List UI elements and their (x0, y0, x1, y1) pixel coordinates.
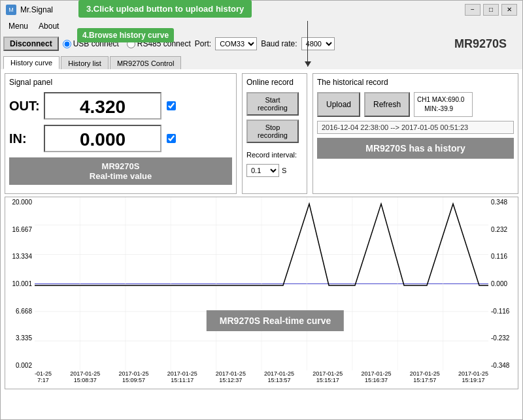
browse-label-text: 4.Browse history curve (82, 31, 169, 40)
interval-select[interactable]: 0.1 (246, 164, 279, 177)
interval-label: Record interval: (246, 151, 303, 159)
record-panel-title: Online record (246, 78, 303, 87)
out-value: 4.320 (44, 92, 161, 120)
tab-history-curve[interactable]: History curve (3, 56, 59, 69)
chart-label: MR9270S Real-time curve (207, 310, 344, 331)
baud-label: Baud rate: (261, 39, 297, 48)
signal-panel: Signal panel OUT: 4.320 IN: 0.000 MR9270… (5, 73, 237, 194)
tab-history-list[interactable]: History list (61, 56, 109, 69)
in-checkbox[interactable] (167, 134, 176, 143)
main-content: Signal panel OUT: 4.320 IN: 0.000 MR9270… (0, 69, 523, 420)
x-label-9: 2017-01-2515:19:17 (458, 370, 488, 383)
history-panel: The historical record Upload Refresh CH1… (312, 73, 518, 194)
out-label: OUT: (9, 99, 39, 114)
minimize-button[interactable]: − (465, 4, 481, 16)
realtime-label: MR9270SReal-time value (9, 157, 232, 185)
browse-label: 4.Browse history curve (77, 28, 174, 42)
y-axis-left: 20.000 16.667 13.334 10.001 6.668 3.335 … (5, 197, 35, 370)
refresh-button[interactable]: Refresh (364, 92, 410, 117)
chart-area: 20.000 16.667 13.334 10.001 6.668 3.335 … (5, 197, 518, 389)
top-panels: Signal panel OUT: 4.320 IN: 0.000 MR9270… (5, 73, 518, 194)
in-value: 0.000 (44, 125, 161, 152)
in-label: IN: (9, 131, 39, 146)
interval-row: 0.1 S (246, 164, 303, 177)
tooltip-box: 3.Click upload button to upload history (78, 0, 252, 18)
x-label-0: -01-257:17 (35, 370, 52, 383)
chart-svg (35, 197, 488, 370)
device-name: MR9270S (454, 37, 520, 51)
x-label-3: 2017-01-2515:11:17 (167, 370, 197, 383)
chart-plot: MR9270S Real-time curve (35, 197, 488, 370)
app-icon: M (6, 5, 16, 15)
record-panel: Online record Startrecording Stoprecordi… (242, 73, 307, 194)
menu-item-menu[interactable]: Menu (3, 20, 33, 32)
maximize-button[interactable]: □ (483, 4, 499, 16)
tabs-bar: History curve History list MR9270S Contr… (0, 54, 523, 69)
ch-info: CH1 MAX:690.0 MIN:-39.9 (414, 92, 473, 117)
x-label-2: 2017-01-2515:09:57 (118, 370, 148, 383)
start-recording-button[interactable]: Startrecording (246, 92, 299, 116)
x-label-8: 2017-01-2515:17:57 (410, 370, 440, 383)
port-select[interactable]: COM33 (215, 37, 257, 50)
x-label-1: 2017-01-2515:08:37 (70, 370, 100, 383)
port-label: Port: (195, 39, 211, 48)
tooltip-arrow (307, 21, 308, 67)
history-status: MR9270S has a history (317, 138, 514, 159)
history-top: Upload Refresh CH1 MAX:690.0 MIN:-39.9 (317, 92, 514, 117)
x-label-5: 2017-01-2515:13:57 (264, 370, 294, 383)
date-range: 2016-12-04 22:38:00 --> 2017-01-05 00:51… (317, 121, 514, 134)
tab-mr9270s-control[interactable]: MR9270S Control (110, 56, 181, 69)
close-button[interactable]: ✕ (501, 4, 517, 16)
x-label-7: 2017-01-2515:16:37 (362, 370, 392, 383)
disconnect-button[interactable]: Disconnect (3, 37, 59, 51)
tooltip-text: 3.Click upload button to upload history (86, 4, 244, 14)
history-panel-title: The historical record (317, 78, 514, 87)
y-axis-right: 0.348 0.232 0.116 0.000 -0.116 -0.232 -0… (488, 197, 518, 370)
out-checkbox[interactable] (167, 101, 176, 110)
in-row: IN: 0.000 (9, 125, 232, 152)
window-controls: − □ ✕ (465, 4, 517, 16)
menu-item-about[interactable]: About (33, 20, 64, 32)
upload-button[interactable]: Upload (317, 92, 360, 117)
x-axis: -01-257:17 2017-01-2515:08:37 2017-01-25… (35, 370, 488, 389)
out-row: OUT: 4.320 (9, 92, 232, 120)
signal-panel-title: Signal panel (9, 78, 232, 87)
baud-select[interactable]: 4800 (301, 37, 335, 50)
x-label-6: 2017-01-2515:15:17 (312, 370, 343, 383)
stop-recording-button[interactable]: Stoprecording (246, 120, 299, 143)
x-label-4: 2017-01-2515:12:37 (216, 370, 246, 383)
interval-unit: S (282, 167, 286, 174)
